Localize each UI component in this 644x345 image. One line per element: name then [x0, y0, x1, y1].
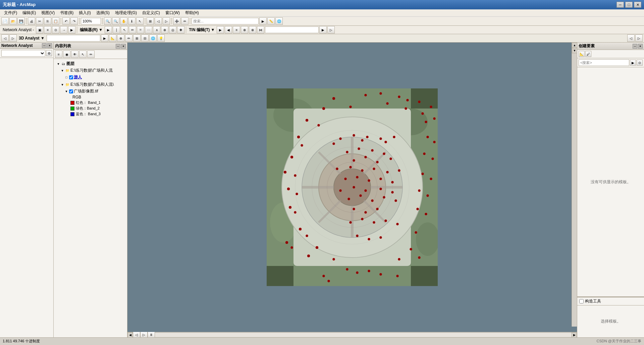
select-btn[interactable]: ↖ — [136, 17, 144, 25]
create-pin-btn[interactable]: ─ — [633, 44, 637, 49]
contents-close-btn[interactable]: × — [121, 44, 126, 49]
tree-youren-row[interactable]: □ 游人 — [54, 74, 127, 80]
tree-folder1-row[interactable]: ▼ 📁 E:\练习数据\广场和人流 — [54, 67, 127, 74]
na-close-btn[interactable]: × — [47, 43, 52, 48]
full-extent-btn[interactable]: ⊞ — [147, 17, 154, 25]
tree-guangchang-row[interactable]: ▼ 广场影像图.tif — [54, 88, 127, 94]
create-search-input[interactable] — [579, 59, 629, 66]
tin-btn6[interactable]: ⋈ — [257, 26, 264, 33]
menu-select[interactable]: 选择(S) — [94, 9, 112, 16]
identify-btn[interactable]: ℹ — [128, 17, 136, 25]
scroll-right-btn[interactable]: ▶ — [572, 332, 577, 338]
tin-btn2[interactable]: ◀ — [225, 26, 232, 33]
menu-window[interactable]: 窗口(W) — [163, 9, 182, 16]
ed-btn1[interactable]: ▶ — [105, 26, 112, 33]
na-layer-select[interactable] — [1, 50, 45, 57]
menu-edit[interactable]: 编辑(E) — [20, 9, 39, 16]
copy-btn[interactable]: ⎘ — [44, 17, 51, 25]
create-filter-btn[interactable]: ⊙ — [637, 60, 643, 66]
maximize-button[interactable]: □ — [625, 2, 633, 8]
ed-btn2[interactable]: | — [113, 26, 120, 33]
minimize-button[interactable]: ─ — [616, 2, 624, 8]
tin-btn5[interactable]: ⊗ — [249, 26, 256, 33]
ed-btn10[interactable]: ✚ — [177, 26, 184, 33]
redo-btn[interactable]: ↷ — [70, 17, 78, 25]
folder1-expand-icon[interactable]: ▼ — [60, 69, 64, 73]
3da-btn7[interactable]: ⊞ — [133, 34, 141, 42]
map-viewport[interactable]: ▲ ▼ — [127, 43, 577, 332]
ed-btn7[interactable]: ∧ — [153, 26, 160, 33]
zoom-out-btn[interactable]: 🔍 — [112, 17, 119, 25]
scroll-left-btn[interactable]: ◀ — [127, 332, 133, 338]
3da-right2[interactable]: ▷ — [635, 34, 643, 42]
na-settings-btn[interactable]: ⚙ — [46, 50, 52, 56]
save-btn[interactable]: 💾 — [17, 17, 25, 25]
menu-insert[interactable]: 插入(I) — [76, 9, 93, 16]
contents-pin-btn[interactable]: ─ — [116, 44, 120, 49]
3da-btn9[interactable]: 🌐 — [149, 34, 157, 42]
add-data-btn[interactable]: ➕ — [173, 17, 180, 25]
na-btn3[interactable]: ⊙ — [52, 26, 59, 33]
layers-expand-icon[interactable]: ▼ — [56, 62, 60, 66]
close-button[interactable]: ✕ — [634, 2, 641, 8]
folder2-expand-icon[interactable]: ▼ — [60, 83, 64, 87]
scroll-down-btn[interactable]: ▼ — [572, 48, 577, 53]
create-search-btn[interactable]: ▶ — [630, 60, 636, 66]
youren-expand-icon[interactable]: □ — [64, 75, 68, 79]
menu-bookmarks[interactable]: 书签(B) — [57, 9, 76, 16]
tree-layers-row[interactable]: ▼ 🗂 图层 — [54, 61, 127, 67]
pan-btn[interactable]: ✋ — [120, 17, 127, 25]
create-close-btn[interactable]: × — [638, 44, 643, 49]
create-tool2[interactable]: 🖊 — [585, 51, 591, 57]
youren-checkbox[interactable] — [69, 75, 73, 79]
tin-input[interactable] — [265, 26, 319, 33]
menu-help[interactable]: 帮助(H) — [182, 9, 202, 16]
back-btn[interactable]: ◁ — [155, 17, 162, 25]
list-by-vis-btn[interactable]: 👁 — [71, 51, 78, 58]
menu-geoprocessing[interactable]: 地理处理(G) — [112, 9, 140, 16]
menu-customize[interactable]: 自定义(C) — [140, 9, 163, 16]
tin-btn3[interactable]: ≡ — [233, 26, 240, 33]
search-go-btn[interactable]: ▶ — [259, 17, 267, 25]
cut-btn[interactable]: ✂ — [36, 17, 43, 25]
map-next-page-btn[interactable]: ▷ — [140, 331, 148, 338]
3da-input[interactable] — [47, 35, 100, 42]
tin-search-btn[interactable]: ▶ — [319, 26, 327, 33]
3da-btn1[interactable]: ◁ — [1, 34, 9, 42]
na-btn5[interactable]: ▶ — [68, 26, 75, 33]
tin-next-btn[interactable]: ▷ — [327, 26, 335, 33]
3da-btn10[interactable]: 💡 — [157, 34, 165, 42]
na-pin-btn[interactable]: ─ — [42, 43, 47, 48]
construct-checkbox[interactable] — [579, 299, 584, 303]
ed-btn8[interactable]: ⊕ — [161, 26, 168, 33]
3da-btn2[interactable]: ▷ — [9, 34, 17, 42]
tin-btn1[interactable]: ▶ — [217, 26, 224, 33]
guangchang-expand-icon[interactable]: ▼ — [64, 89, 68, 93]
ed-btn4[interactable]: ✏ — [129, 26, 136, 33]
list-by-sel-btn[interactable]: ↖ — [79, 51, 87, 58]
paste-btn[interactable]: 📋 — [52, 17, 59, 25]
na-btn1[interactable]: ▣ — [36, 26, 43, 33]
list-by-draw-btn[interactable]: ≡ — [55, 51, 62, 58]
open-btn[interactable]: 📂 — [9, 17, 17, 25]
3da-btn3[interactable]: ▶ — [101, 34, 108, 42]
ed-btn9[interactable]: ◎ — [169, 26, 176, 33]
undo-btn[interactable]: ↶ — [62, 17, 70, 25]
list-by-edit-btn[interactable]: ✏ — [87, 51, 95, 58]
map-scrollbar-vertical[interactable]: ▲ ▼ — [572, 43, 577, 327]
map-prev-page-btn[interactable]: ◁ — [133, 331, 140, 338]
ed-btn6[interactable]: ⋯ — [145, 26, 152, 33]
guangchang-checkbox[interactable] — [69, 89, 73, 93]
3da-right1[interactable]: ◁ — [627, 34, 635, 42]
3da-btn5[interactable]: ⊕ — [117, 34, 124, 42]
zoom-in-btn[interactable]: 🔍 — [104, 17, 111, 25]
map-pause-btn[interactable]: ⏸ — [148, 331, 155, 338]
forward-btn[interactable]: ▷ — [163, 17, 170, 25]
tree-folder2-row[interactable]: ▼ 📁 E:\练习数据\广场和人流\ — [54, 81, 127, 88]
3da-btn4[interactable]: 📐 — [109, 34, 116, 42]
menu-file[interactable]: 文件(F) — [1, 9, 20, 16]
measure-btn[interactable]: 📏 — [267, 17, 275, 25]
3da-btn8[interactable]: ⊟ — [141, 34, 149, 42]
menu-view[interactable]: 视图(V) — [39, 9, 57, 16]
map-scrollbar-horizontal[interactable]: ◀ ◁ ▷ ⏸ ▶ — [127, 332, 577, 337]
